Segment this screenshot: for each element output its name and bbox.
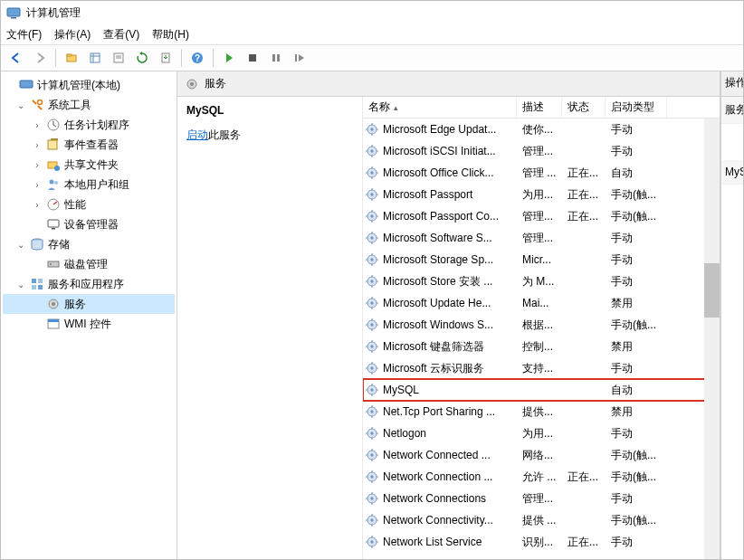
menu-file[interactable]: 文件(F) [6,27,42,43]
tree-device-manager[interactable]: 设备管理器 [3,214,175,234]
service-row[interactable]: Network Connectivity...提供 ...手动(触... [363,509,720,531]
service-row[interactable]: Microsoft Edge Updat...使你...手动 [363,119,720,140]
service-state: 正在... [562,187,606,203]
service-row[interactable]: Microsoft Passport Co...管理...正在...手动(触..… [363,205,720,227]
svg-point-18 [38,100,43,105]
collapse-icon[interactable]: ⌄ [15,240,26,250]
export-button[interactable] [156,48,176,68]
service-row[interactable]: MySQL自动 [363,379,720,401]
list-body[interactable]: Microsoft Edge Updat...使你...手动Microsoft … [363,119,720,559]
expand-icon[interactable]: › [32,200,43,210]
service-row[interactable]: Microsoft Software S...管理...手动 [363,227,720,249]
service-row[interactable]: Microsoft Storage Sp...Micr...手动 [363,249,720,271]
svg-point-24 [50,180,54,185]
collapse-icon[interactable]: ⌄ [15,280,26,289]
expand-icon[interactable]: › [32,140,43,150]
service-desc: 提供... [517,404,562,420]
view-list-button[interactable] [85,48,105,68]
services-apps-icon [30,277,44,291]
computer-management-window: 计算机管理 文件(F) 操作(A) 查看(V) 帮助(H) ? 计算机管理(本地… [0,0,744,560]
col-name[interactable]: 名称▴ [363,97,517,118]
service-detail-pane: MySQL 启动此服务 [177,97,363,559]
properties-button[interactable] [109,48,129,68]
back-button[interactable] [6,48,26,68]
tree-disk-management[interactable]: 磁盘管理 [3,254,175,274]
stop-button[interactable] [243,48,262,68]
menu-action[interactable]: 操作(A) [54,27,91,43]
service-row[interactable]: Microsoft 云标识服务支持...手动 [363,357,720,379]
col-state[interactable]: 状态 [562,97,606,118]
service-start: 手动 [606,122,667,138]
service-start: 自动 [606,383,667,398]
tree-performance[interactable]: › 性能 [3,195,175,214]
service-start: 手动(触... [606,448,667,463]
tree-label: 服务 [64,297,86,312]
svg-point-23 [54,166,60,171]
service-row[interactable]: Microsoft Store 安装 ...为 M...手动 [363,271,720,292]
tree-services[interactable]: 服务 [3,294,175,314]
menu-view[interactable]: 查看(V) [103,27,139,43]
titlebar: 计算机管理 [1,1,743,24]
service-name: Microsoft Store 安装 ... [383,274,492,289]
service-name: Microsoft 键盘筛选器 [383,339,484,355]
service-name: Microsoft 云标识服务 [383,361,484,376]
service-row[interactable]: Network Connection ...允许 ...正在...手动(触... [363,466,720,488]
help-button[interactable]: ? [187,48,207,68]
tree-task-scheduler[interactable]: › 任务计划程序 [3,115,175,135]
service-state: 正在... [562,535,606,550]
service-row[interactable]: Net.Tcp Port Sharing ...提供...禁用 [363,401,720,422]
service-row[interactable]: Microsoft Passport为用...正在...手动(触... [363,184,720,205]
service-row[interactable]: Microsoft 键盘筛选器控制...禁用 [363,336,720,357]
service-row[interactable]: Microsoft Update He...Mai...禁用 [363,292,720,314]
separator [55,49,56,67]
restart-button[interactable] [290,48,310,68]
tree-shared-folders[interactable]: › 共享文件夹 [3,155,175,175]
svg-rect-27 [48,220,59,227]
tree-root[interactable]: 计算机管理(本地) [3,75,175,95]
service-name: Microsoft Windows S... [383,318,493,331]
start-service-link[interactable]: 启动 [186,128,208,141]
tree-system-tools[interactable]: ⌄ 系统工具 [3,95,175,115]
pause-button[interactable] [266,48,286,68]
refresh-button[interactable] [132,48,152,68]
svg-rect-35 [38,285,43,289]
service-row[interactable]: Network Connected ...网络...手动(触... [363,444,720,466]
svg-rect-17 [20,81,33,88]
scrollbar[interactable] [704,119,720,559]
service-row[interactable]: Network List Service识别...正在...手动 [363,531,720,553]
col-start[interactable]: 启动类型 [606,97,667,118]
play-button[interactable] [219,48,239,68]
service-name: Netlogon [383,427,426,440]
forward-button[interactable] [30,48,50,68]
tree-wmi[interactable]: WMI 控件 [3,314,175,334]
collapse-icon[interactable]: ⌄ [15,100,26,110]
tree-event-viewer[interactable]: › 事件查看器 [3,135,175,155]
col-desc[interactable]: 描述 [517,97,562,118]
folder-button[interactable] [62,48,81,68]
service-row[interactable]: Netlogon为用...手动 [363,422,720,444]
expand-icon[interactable]: › [32,120,43,130]
service-row[interactable]: Network Connections管理...手动 [363,488,720,509]
tree-storage[interactable]: ⌄ 存储 [3,234,175,254]
svg-rect-15 [277,54,280,62]
service-row[interactable]: Microsoft iSCSI Initiat...管理...手动 [363,140,720,162]
svg-point-115 [370,388,374,392]
svg-point-61 [370,193,374,196]
scroll-thumb[interactable] [704,263,720,318]
actions-selected[interactable]: MySQL [721,160,743,185]
expand-icon[interactable]: › [32,160,43,170]
service-name: Microsoft Update He... [383,297,491,309]
app-icon [6,5,21,20]
service-desc: 使你... [517,122,562,138]
service-start: 手动(触... [606,513,667,528]
expand-icon[interactable]: › [32,180,43,190]
service-row[interactable]: Microsoft Office Click...管理 ...正在...自动 [363,162,720,184]
actions-services[interactable]: 服务 [721,97,743,124]
service-desc: 为 M... [517,274,562,289]
service-row[interactable]: Microsoft Windows S...根据...手动(触... [363,314,720,336]
tree-services-apps[interactable]: ⌄ 服务和应用程序 [3,274,175,294]
services-header: 服务 [177,71,720,97]
tree-local-users[interactable]: › 本地用户和组 [3,175,175,195]
svg-rect-28 [52,228,55,230]
menu-help[interactable]: 帮助(H) [152,27,189,43]
